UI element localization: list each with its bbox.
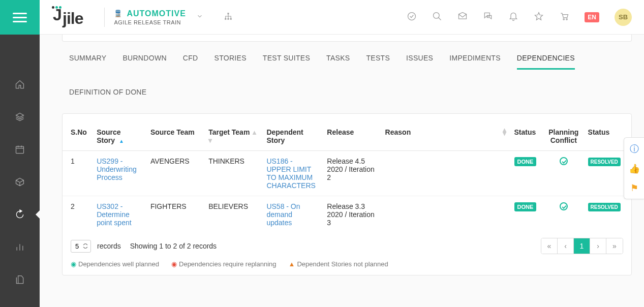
- svg-rect-4: [227, 18, 229, 20]
- logo[interactable]: J jile: [52, 6, 83, 28]
- nav-sync[interactable]: [0, 205, 40, 224]
- col-sno[interactable]: S.No: [63, 122, 93, 151]
- mail-icon[interactable]: [457, 11, 468, 23]
- tab-testsuites[interactable]: TEST SUITES: [263, 52, 310, 70]
- search-icon[interactable]: [432, 11, 442, 23]
- col-source-team[interactable]: Source Team: [146, 122, 204, 151]
- star-icon[interactable]: [534, 11, 544, 23]
- source-story-link[interactable]: US302 - Determine point spent: [97, 202, 132, 227]
- page-first[interactable]: «: [541, 238, 558, 254]
- resolved-badge: RESOLVED: [588, 158, 621, 166]
- svg-point-8: [563, 19, 565, 20]
- context-subtitle: AGILE RELEASE TRAIN: [114, 19, 186, 25]
- cell-release: Release 4.5 2020 / Iteration 2: [323, 151, 381, 196]
- hamburger-icon: [13, 13, 27, 22]
- col-status[interactable]: Status: [510, 122, 544, 151]
- sort-asc-icon: ▲: [119, 138, 124, 144]
- tab-burndown[interactable]: BURNDOWN: [122, 52, 166, 70]
- warning-circle-icon: ◉: [171, 260, 177, 268]
- hierarchy-button[interactable]: [224, 12, 233, 22]
- cell-target-team: THINKERS: [204, 151, 262, 196]
- records-label: records: [97, 242, 121, 250]
- tab-dependencies[interactable]: DEPENDENCIES: [517, 52, 575, 70]
- status-badge: DONE: [514, 202, 537, 211]
- context-dropdown[interactable]: [196, 13, 203, 21]
- dependencies-table: S.No Source Story▲ Source Team Target Te…: [63, 122, 631, 233]
- warning-icon: ▲: [289, 260, 295, 268]
- tab-dod[interactable]: DEFINITION OF DONE: [69, 86, 632, 102]
- tab-stories[interactable]: STORIES: [214, 52, 247, 70]
- page-prev[interactable]: ‹: [558, 238, 574, 254]
- nav-analytics[interactable]: [0, 238, 40, 256]
- nav-home[interactable]: [0, 75, 40, 94]
- nav-layers[interactable]: [0, 108, 40, 126]
- legend: ◉Dependencies well planned ◉Dependencies…: [63, 254, 631, 268]
- chat-icon[interactable]: [483, 11, 493, 23]
- nav-files[interactable]: [0, 270, 40, 289]
- dependent-story-link[interactable]: US186 - UPPER LIMIT TO MAXIMUM CHARACTER…: [266, 157, 315, 190]
- status-badge: DONE: [514, 157, 537, 166]
- col-dependent-story[interactable]: Dependent Story: [262, 122, 323, 151]
- nav-tools[interactable]: [0, 303, 40, 307]
- legend-replanning: ◉Dependencies require replanning: [171, 260, 277, 268]
- svg-point-7: [434, 13, 440, 19]
- resolved-badge: RESOLVED: [588, 203, 621, 211]
- cart-icon[interactable]: [559, 11, 569, 23]
- col-release[interactable]: Release: [323, 122, 381, 151]
- menu-toggle[interactable]: [0, 0, 40, 35]
- svg-rect-2: [227, 13, 229, 14]
- page-size-select[interactable]: 5: [71, 240, 91, 253]
- tour-icon[interactable]: ⚑: [630, 182, 638, 194]
- cell-source-team: AVENGERS: [146, 151, 204, 196]
- svg-point-9: [566, 19, 568, 20]
- tab-issues[interactable]: ISSUES: [406, 52, 433, 70]
- check-icon: [560, 157, 568, 165]
- svg-point-6: [408, 13, 416, 20]
- bell-icon[interactable]: [508, 11, 518, 23]
- feedback-icon[interactable]: 👍: [629, 163, 640, 174]
- check-icon: [560, 202, 568, 210]
- table-row: 2 US302 - Determine point spent FIGHTERS…: [63, 196, 631, 233]
- col-planning-conflict[interactable]: Planning Conflict: [543, 122, 584, 151]
- dependent-story-link[interactable]: US58 - On demand updates: [266, 202, 300, 227]
- sidebar-nav: [0, 35, 40, 307]
- page-number[interactable]: 1: [574, 238, 590, 254]
- pagination: « ‹ 1 › »: [541, 238, 623, 254]
- svg-rect-3: [225, 18, 226, 20]
- dependencies-card: S.No Source Story▲ Source Team Target Te…: [62, 113, 632, 275]
- tab-summary[interactable]: SUMMARY: [69, 52, 106, 70]
- topbar: J jile 🚆 AUTOMOTIVE AGILE RELEASE TRAIN …: [40, 0, 644, 35]
- source-story-link[interactable]: US299 - Underwriting Process: [97, 157, 137, 181]
- context-title: AUTOMOTIVE: [127, 9, 186, 18]
- tabs: SUMMARY BURNDOWN CFD STORIES TEST SUITES…: [62, 52, 632, 102]
- approvals-icon[interactable]: [407, 11, 417, 23]
- context-selector[interactable]: 🚆 AUTOMOTIVE AGILE RELEASE TRAIN: [114, 9, 186, 25]
- nav-calendar[interactable]: [0, 140, 40, 159]
- check-circle-icon: ◉: [71, 260, 76, 268]
- help-icon[interactable]: ⓘ: [630, 143, 639, 155]
- table-footer: 5 records Showing 1 to 2 of 2 records « …: [63, 233, 631, 254]
- help-rail: ⓘ 👍 ⚑: [624, 137, 644, 199]
- sidebar: [0, 0, 40, 307]
- tab-tests[interactable]: TESTS: [366, 52, 390, 70]
- tab-cfd[interactable]: CFD: [183, 52, 198, 70]
- sort-icon: ▴▾: [503, 128, 506, 135]
- showing-text: Showing 1 to 2 of 2 records: [130, 242, 217, 250]
- table-row: 1 US299 - Underwriting Process AVENGERS …: [63, 151, 631, 196]
- page-next[interactable]: ›: [590, 238, 606, 254]
- cell-sno: 1: [63, 151, 93, 196]
- avatar[interactable]: SB: [615, 9, 632, 26]
- col-reason[interactable]: Reason▴▾: [381, 122, 510, 151]
- nav-package[interactable]: [0, 173, 40, 191]
- cell-reason: [381, 196, 510, 233]
- cell-reason: [381, 151, 510, 196]
- col-source-story[interactable]: Source Story▲: [93, 122, 146, 151]
- legend-well: ◉Dependencies well planned: [71, 260, 159, 268]
- page-last[interactable]: »: [606, 238, 623, 254]
- svg-rect-5: [230, 18, 232, 20]
- tab-tasks[interactable]: TASKS: [326, 52, 350, 70]
- col-target-team[interactable]: Target Team▴▾: [204, 122, 262, 151]
- tab-impediments[interactable]: IMPEDIMENTS: [449, 52, 501, 70]
- svg-rect-0: [16, 146, 24, 153]
- language-badge[interactable]: EN: [585, 12, 599, 22]
